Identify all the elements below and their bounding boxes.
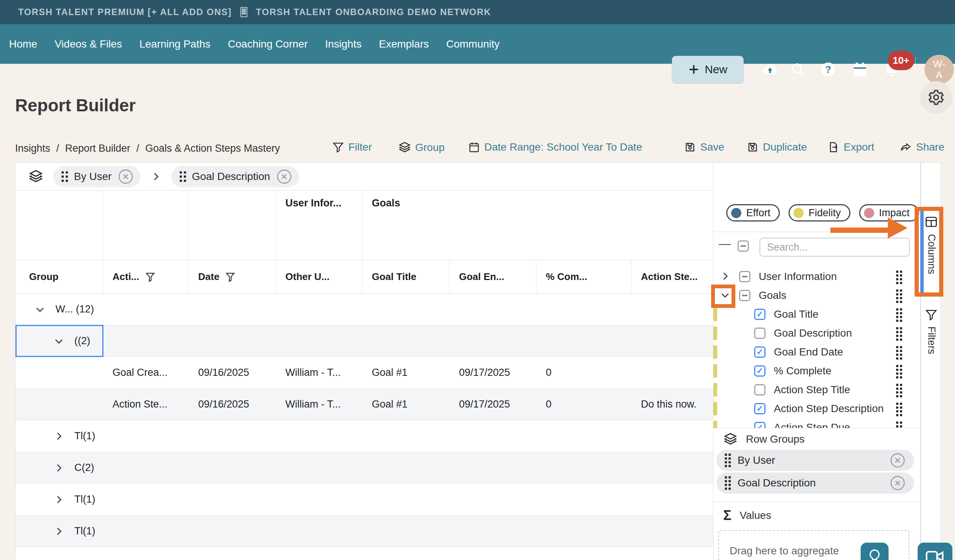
nav-item-insights[interactable]: Insights	[325, 38, 362, 50]
drag-handle-icon[interactable]	[896, 421, 902, 428]
drag-handle-icon[interactable]	[896, 346, 902, 360]
drag-handle-icon[interactable]	[896, 403, 902, 416]
group-row[interactable]: W... (12)	[16, 294, 713, 325]
drag-handle-icon[interactable]	[61, 171, 68, 182]
group-checkbox[interactable]	[739, 271, 750, 282]
tree-item-user-information[interactable]: User Information	[714, 267, 920, 286]
group-row[interactable]: C(2)	[16, 452, 713, 484]
drag-handle-icon[interactable]	[896, 289, 902, 303]
column-search-input[interactable]	[759, 238, 910, 257]
column-header-date[interactable]: Date	[189, 260, 276, 293]
save-button[interactable]: Save	[684, 141, 724, 153]
calendar-icon[interactable]	[851, 60, 869, 78]
select-all-checkbox[interactable]	[737, 240, 749, 252]
group-checkbox[interactable]	[739, 290, 750, 301]
tree-item-action-step-due[interactable]: Action Step Due	[714, 418, 920, 428]
date-range-button[interactable]: Date Range: School Year To Date	[468, 141, 642, 153]
export-button[interactable]: Export	[827, 141, 874, 153]
column-checkbox[interactable]	[754, 384, 766, 396]
drag-handle-icon[interactable]	[725, 454, 731, 467]
tree-item-goal-title[interactable]: Goal Title	[714, 305, 920, 324]
tree-item-%-complete[interactable]: % Complete	[714, 361, 920, 380]
chevron-down-icon[interactable]	[53, 335, 64, 347]
nav-item-home[interactable]: Home	[9, 38, 38, 50]
column-header-goal-en-[interactable]: Goal En...	[449, 260, 536, 293]
breadcrumb-item[interactable]: Insights	[15, 142, 50, 154]
chevron-right-icon[interactable]	[53, 430, 64, 442]
column-checkbox[interactable]	[754, 365, 766, 377]
chevron-right-icon[interactable]	[719, 271, 731, 283]
breadcrumb-item[interactable]: Report Builder	[65, 142, 131, 154]
table-row[interactable]: Action Ste...09/16/2025William - T...Goa…	[16, 389, 713, 420]
drag-handle-icon[interactable]	[896, 384, 902, 397]
column-header-acti-[interactable]: Acti...	[103, 260, 189, 293]
tab-columns[interactable]: Columns	[921, 211, 941, 294]
drag-handle-icon[interactable]	[896, 421, 902, 428]
tree-item-action-step-description[interactable]: Action Step Description	[714, 399, 920, 418]
column-header-action-ste-[interactable]: Action Ste...	[631, 260, 713, 293]
share-button[interactable]: Share	[900, 141, 944, 153]
video-button[interactable]	[917, 543, 952, 560]
drag-handle-icon[interactable]	[896, 308, 902, 322]
group-row[interactable]: Tl(1)	[16, 420, 713, 452]
filter-icon[interactable]	[144, 271, 156, 283]
drag-handle-icon[interactable]	[896, 365, 902, 379]
cloud-upload-icon[interactable]	[761, 60, 779, 78]
column-checkbox[interactable]	[754, 309, 766, 320]
remove-icon[interactable]	[118, 169, 134, 185]
remove-icon[interactable]	[890, 452, 906, 468]
group-row[interactable]: ((2)	[16, 325, 713, 357]
table-row[interactable]: Goal Crea...09/16/2025William - T...Goal…	[16, 357, 713, 389]
drag-handle-icon[interactable]	[896, 308, 902, 322]
tree-item-action-step-title[interactable]: Action Step Title	[714, 380, 920, 399]
column-checkbox[interactable]	[754, 422, 766, 428]
drag-handle-icon[interactable]	[896, 365, 902, 379]
duplicate-button[interactable]: Duplicate	[747, 141, 807, 153]
column-checkbox[interactable]	[754, 346, 766, 358]
nav-item-coaching-corner[interactable]: Coaching Corner	[228, 38, 308, 50]
tree-item-goals[interactable]: Goals	[714, 286, 920, 305]
legend-pill-impact[interactable]: Impact	[859, 204, 919, 222]
nav-item-exemplars[interactable]: Exemplars	[379, 38, 429, 50]
drag-handle-icon[interactable]	[896, 327, 902, 341]
column-checkbox[interactable]	[754, 327, 766, 339]
drag-handle-icon[interactable]	[896, 384, 902, 397]
column-checkbox[interactable]	[754, 403, 766, 415]
drag-handle-icon[interactable]	[180, 171, 186, 182]
nav-item-learning-paths[interactable]: Learning Paths	[139, 38, 210, 50]
help-bubble-button[interactable]	[861, 543, 889, 560]
help-icon[interactable]: ?	[819, 60, 837, 78]
notification-badge[interactable]: 10+	[888, 50, 914, 70]
remove-icon[interactable]	[890, 475, 906, 491]
legend-pill-effort[interactable]: Effort	[726, 204, 780, 222]
column-header-other-u-[interactable]: Other U...	[276, 260, 362, 293]
chevron-down-icon[interactable]	[719, 289, 731, 302]
group-button[interactable]: Group	[398, 141, 445, 154]
chevron-right-icon[interactable]	[53, 462, 64, 474]
nav-item-videos-files[interactable]: Videos & Files	[55, 38, 122, 50]
row-group-chip[interactable]: Goal Description	[716, 472, 914, 494]
tree-item-goal-description[interactable]: Goal Description	[714, 324, 920, 343]
row-group-chip[interactable]: By User	[716, 450, 914, 471]
drag-handle-icon[interactable]	[896, 327, 902, 341]
drag-handle-icon[interactable]	[725, 476, 731, 490]
drag-handle-icon[interactable]	[896, 271, 902, 284]
legend-pill-fidelity[interactable]: Fidelity	[789, 204, 850, 222]
column-header-%-com-[interactable]: % Com...	[536, 260, 631, 293]
group-chip[interactable]: By User	[53, 166, 141, 187]
collapse-all-button[interactable]: —	[719, 236, 731, 250]
settings-button[interactable]	[920, 81, 952, 114]
chevron-down-icon[interactable]	[34, 304, 46, 315]
chevron-right-icon[interactable]	[53, 526, 64, 537]
drag-handle-icon[interactable]	[896, 403, 902, 416]
avatar[interactable]: W- A	[924, 55, 954, 84]
drag-handle-icon[interactable]	[896, 346, 902, 360]
breadcrumb-item[interactable]: Goals & Action Steps Mastery	[145, 142, 280, 154]
chevron-right-icon[interactable]	[53, 494, 64, 505]
filter-button[interactable]: Filter	[332, 141, 372, 153]
nav-item-community[interactable]: Community	[446, 38, 500, 50]
group-chip[interactable]: Goal Description	[171, 166, 299, 187]
column-header-goal-title[interactable]: Goal Title	[362, 260, 449, 293]
remove-icon[interactable]	[276, 169, 292, 185]
group-row[interactable]: Tl(1)	[16, 515, 713, 547]
